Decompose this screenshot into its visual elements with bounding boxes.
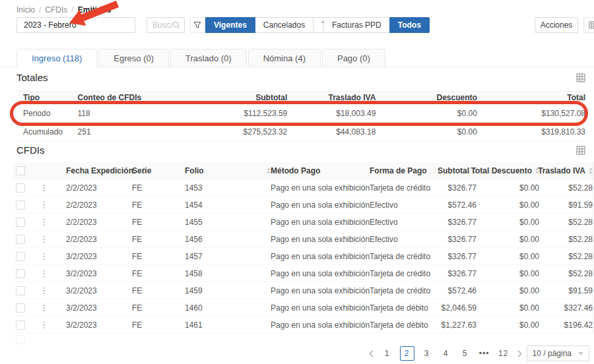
pagination-page[interactable]: ••• [478, 346, 491, 361]
pagination-page[interactable]: 5 [459, 346, 472, 361]
cfdis-col-traslado[interactable]: Traslado IVA [539, 166, 593, 175]
cell-forma: Tarjeta de crédito [370, 183, 444, 193]
row-checkbox[interactable] [16, 183, 25, 193]
cell-subtotal: $2,046.59 [444, 303, 477, 313]
cell-fecha: 3/2/2023 [54, 269, 132, 278]
cell-traslado: $52.28 [539, 218, 593, 227]
table-row[interactable]: ⋮ 3/2/2023 FE 1458 Pago en una sola exhi… [13, 265, 594, 282]
cell-serie: FE [132, 218, 185, 227]
row-menu-icon[interactable]: ⋮ [40, 251, 54, 261]
cell-folio: 1453 [185, 183, 271, 193]
search-icon[interactable] [172, 21, 180, 29]
next-page-icon[interactable] [515, 350, 521, 357]
cell-forma: Tarjeta de débito [370, 303, 444, 313]
cell-descuento: $0.00 [477, 252, 539, 261]
table-row[interactable]: ⋮ 2/2/2023 FE 1456 Pago en una sola exhi… [13, 231, 594, 248]
filter-button[interactable] [190, 17, 205, 33]
row-menu-icon[interactable]: ⋮ [40, 234, 54, 244]
cfdis-col-descuento[interactable]: Total Descuento [477, 166, 539, 175]
page-size-select[interactable]: 10 / página [527, 346, 589, 361]
select-all-checkbox[interactable] [16, 166, 25, 175]
row-menu-icon[interactable]: ⋮ [40, 286, 54, 295]
actions-button[interactable]: Acciones [535, 17, 578, 33]
grid-icon [589, 21, 594, 29]
cell-forma: Efectivo [370, 200, 444, 210]
table-settings-icon[interactable] [576, 73, 585, 82]
col-label: Subtotal [438, 166, 469, 175]
pagination-page[interactable]: 3 [420, 346, 434, 361]
cell-total: $319,810.33 [477, 127, 585, 136]
cell-subtotal: $572.46 [444, 286, 477, 295]
tab[interactable]: Egreso (0) [98, 49, 169, 67]
cell-forma: Tarjeta de crédito [370, 252, 444, 261]
cell-metodo: Pago en una sola exhibición [271, 269, 370, 278]
ppd-filter-button[interactable]: Facturas PPD [323, 17, 390, 33]
table-row[interactable]: ⋮ 3/2/2023 FE 1460 Pago en una sola exhi… [13, 299, 594, 317]
table-row[interactable]: ⋮ 3/2/2023 FE 1459 Pago en una sola exhi… [13, 282, 594, 299]
totales-col-total: Total [477, 93, 585, 102]
breadcrumb: Inicio / CFDIs / Emitidos [16, 5, 111, 15]
col-label: Total Descuento [471, 166, 532, 175]
cell-folio: 1454 [185, 200, 271, 210]
breadcrumb-separator: / [39, 5, 41, 15]
row-menu-icon[interactable]: ⋮ [40, 200, 54, 210]
table-row[interactable]: ⋮ 2/2/2023 FE 1454 Pago en una sola exhi… [13, 197, 594, 214]
row-menu-icon[interactable]: ⋮ [40, 320, 54, 330]
table-settings-icon[interactable] [576, 146, 585, 155]
pagination-page[interactable]: 12 [497, 346, 510, 361]
table-row[interactable]: ⋮ 2/2/2023 FE 1453 Pago en una sola exhi… [13, 179, 594, 197]
totales-title: Totales [16, 72, 48, 83]
row-menu-icon[interactable]: ⋮ [40, 268, 54, 278]
row-menu-icon[interactable]: ⋮ [40, 183, 54, 193]
row-checkbox[interactable] [16, 218, 25, 227]
row-menu-icon[interactable]: ⋮ [40, 217, 54, 227]
ppd-filter-group: Facturas PPD Todos [324, 17, 430, 33]
row-checkbox[interactable] [16, 286, 25, 295]
tab[interactable]: Pago (0) [322, 49, 385, 67]
cell-traslado: $44,083.18 [287, 127, 376, 136]
table-row[interactable]: ⋮ 3/2/2023 FE 1457 Pago en una sola exhi… [13, 248, 594, 265]
cell-traslado: $52.28 [539, 235, 593, 244]
breadcrumb-item-inicio[interactable]: Inicio [16, 5, 35, 15]
cfdis-col-fecha[interactable]: Fecha Expedición [54, 166, 132, 175]
pagination-page[interactable]: 4 [440, 346, 453, 361]
pagination: 1 2 3 4 5 ••• 12 10 / página [370, 346, 589, 361]
row-checkbox[interactable] [16, 252, 25, 261]
cell-traslado: $18,003.49 [287, 109, 376, 118]
cell-descuento: $0.00 [477, 200, 539, 210]
search-box [147, 17, 185, 33]
cell-traslado: $91.59 [539, 286, 593, 295]
row-checkbox[interactable] [16, 303, 25, 313]
cell-metodo: Pago en una sola exhibición [271, 218, 370, 227]
status-filter-button[interactable]: Vigentes [205, 17, 255, 33]
row-menu-icon[interactable]: ⋮ [40, 303, 54, 313]
cell-subtotal: $275,523.32 [161, 127, 287, 136]
cell-folio: 1460 [185, 303, 271, 313]
cell-descuento: $0.00 [477, 235, 539, 244]
cfdis-table: Fecha Expedición Serie Folio Método Pago… [13, 162, 594, 334]
row-checkbox[interactable] [16, 320, 25, 330]
table-row[interactable]: ⋮ 2/2/2023 FE 1455 Pago en una sola exhi… [13, 214, 594, 231]
row-checkbox[interactable] [16, 269, 25, 278]
search-input[interactable] [152, 20, 172, 30]
tab[interactable]: Ingreso (118) [16, 49, 97, 67]
col-label: Fecha Expedición [66, 166, 133, 175]
totales-header-row: Tipo Conteo de CFDIs Subtotal Traslado I… [16, 91, 585, 104]
pagination-page[interactable]: 2 [400, 346, 414, 361]
pagination-page[interactable]: 1 [381, 346, 394, 361]
prev-page-icon[interactable] [369, 350, 376, 357]
row-checkbox[interactable] [16, 235, 25, 244]
layout-icon-button[interactable] [583, 17, 594, 33]
cell-metodo: Pago en una sola exhibición [271, 286, 370, 295]
ppd-filter-button[interactable]: Todos [389, 17, 430, 33]
table-row[interactable]: ⋮ 3/2/2023 FE 1461 Pago en una sola exhi… [13, 317, 594, 334]
row-checkbox[interactable] [16, 200, 25, 210]
tab[interactable]: Traslado (0) [170, 49, 247, 67]
breadcrumb-separator: / [71, 5, 73, 15]
tab[interactable]: Nómina (4) [248, 49, 321, 67]
status-filter-button[interactable]: Cancelados [255, 17, 314, 33]
breadcrumb-item-cfdis[interactable]: CFDIs [45, 5, 67, 15]
cfdis-col-folio[interactable]: Folio [185, 166, 271, 175]
totales-row: Periodo 118 $112,523.59 $18,003.49 $0.00… [16, 104, 585, 123]
period-select[interactable]: 2023 - Febrero [16, 17, 135, 33]
